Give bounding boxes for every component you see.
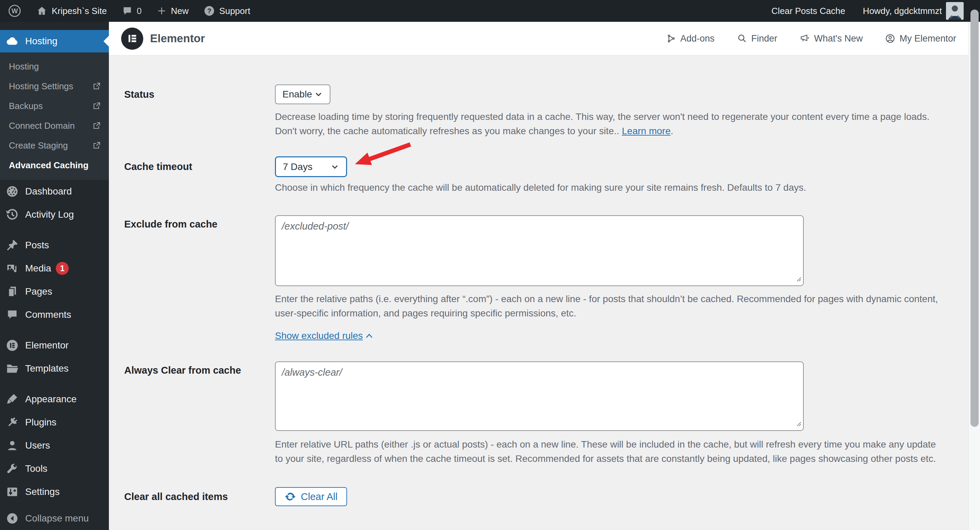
sidebar-item-hosting[interactable]: Hosting — [0, 30, 109, 53]
sidebar-item-templates[interactable]: Templates — [0, 357, 109, 380]
media-count-badge: 1 — [56, 262, 69, 275]
folder-icon — [5, 362, 20, 375]
adminbar-new-menu[interactable]: New — [156, 6, 189, 16]
exclude-row: Exclude from cache Enter the relative pa… — [124, 215, 980, 341]
show-excluded-rules-link[interactable]: Show excluded rules — [275, 330, 373, 341]
comments-count: 0 — [137, 6, 142, 16]
settings-sliders-icon — [5, 486, 20, 498]
question-circle-icon: ? — [204, 5, 215, 17]
plus-icon — [156, 6, 167, 16]
sidebar-item-elementor[interactable]: Elementor — [0, 334, 109, 357]
exclude-description: Enter the relative paths (i.e. everythin… — [275, 292, 943, 321]
submenu-item-hosting[interactable]: Hosting — [0, 57, 109, 76]
hosting-submenu: Hosting Hosting Settings Backups Connect… — [0, 53, 109, 180]
wrench-icon — [5, 463, 20, 475]
user-circle-icon — [885, 34, 895, 44]
chevron-down-icon — [331, 163, 339, 171]
external-link-icon — [92, 121, 101, 130]
media-icon — [5, 262, 20, 275]
submenu-item-connect-domain[interactable]: Connect Domain — [0, 116, 109, 136]
elementor-header: Elementor Add-ons Finder — [109, 22, 980, 56]
paintbrush-icon — [5, 393, 20, 405]
svg-text:?: ? — [207, 7, 211, 14]
cache-timeout-select[interactable]: 7 Days — [275, 156, 347, 177]
exclude-label: Exclude from cache — [124, 215, 275, 341]
user-icon — [5, 439, 20, 452]
sidebar-item-activity-log[interactable]: Activity Log — [0, 203, 109, 226]
admin-top-bar: W Kripesh`s Site 0 New ? Supp — [0, 0, 980, 22]
site-name: Kripesh`s Site — [52, 6, 107, 16]
status-select[interactable]: Enable — [275, 85, 331, 104]
always-clear-textarea[interactable] — [275, 361, 804, 431]
sidebar-item-dashboard[interactable]: Dashboard — [0, 180, 109, 203]
sidebar-item-tools[interactable]: Tools — [0, 457, 109, 480]
submenu-item-backups[interactable]: Backups — [0, 96, 109, 116]
howdy-label: Howdy, dgdcktmmzt — [863, 6, 942, 16]
elementor-icon — [5, 339, 20, 352]
sidebar-item-comments[interactable]: Comments — [0, 303, 109, 326]
sidebar-item-media[interactable]: Media 1 — [0, 257, 109, 280]
wordpress-logo-menu[interactable]: W — [8, 5, 21, 18]
comments-bubble-icon — [122, 5, 133, 16]
cache-timeout-label: Cache timeout — [124, 156, 275, 195]
dashboard-gauge-icon — [5, 185, 20, 198]
svg-text:W: W — [11, 7, 18, 14]
addons-icon — [666, 34, 676, 44]
status-label: Status — [124, 85, 275, 138]
sidebar-item-posts[interactable]: Posts — [0, 234, 109, 257]
megaphone-icon — [800, 34, 810, 44]
main-content: Elementor Add-ons Finder — [109, 22, 980, 530]
adminbar-comments[interactable]: 0 — [122, 5, 142, 16]
sidebar-item-pages[interactable]: Pages — [0, 280, 109, 303]
always-clear-row: Always Clear from cache Enter relative U… — [124, 361, 980, 466]
cache-timeout-description: Choose in which frequency the cache will… — [275, 180, 943, 195]
finder-link[interactable]: Finder — [737, 34, 778, 44]
sidebar-item-settings[interactable]: Settings — [0, 480, 109, 503]
cloud-icon — [5, 34, 20, 48]
cache-timeout-row: Cache timeout 7 Days Choose in which fre… — [124, 156, 980, 195]
pages-icon — [5, 286, 20, 298]
clear-posts-cache-button[interactable]: Clear Posts Cache — [772, 6, 845, 16]
status-description: Decrease loading time by storing frequen… — [275, 110, 943, 138]
status-select-value: Enable — [282, 89, 312, 100]
adminbar-support[interactable]: ? Support — [204, 5, 250, 17]
always-clear-description: Enter relative URL paths (either .js or … — [275, 437, 943, 466]
adminbar-account-menu[interactable]: Howdy, dgdcktmmzt — [863, 2, 964, 20]
elementor-logo-icon — [121, 27, 143, 50]
always-clear-label: Always Clear from cache — [124, 361, 275, 466]
learn-more-link[interactable]: Learn more — [622, 126, 671, 136]
sidebar-item-appearance[interactable]: Appearance — [0, 388, 109, 411]
external-link-icon — [92, 141, 101, 150]
clear-all-button[interactable]: Clear All — [275, 487, 347, 506]
admin-sidebar: Hosting Hosting Hosting Settings Backups… — [0, 22, 109, 530]
pushpin-icon — [5, 239, 20, 251]
wordpress-logo-icon: W — [8, 5, 21, 18]
clear-all-button-label: Clear All — [301, 491, 337, 503]
whats-new-link[interactable]: What's New — [800, 34, 862, 44]
page-title: Elementor — [150, 32, 205, 45]
status-row: Status Enable Decrease loading time by s… — [124, 85, 980, 138]
exclude-textarea[interactable] — [275, 215, 804, 286]
active-menu-arrow — [103, 36, 109, 47]
clear-all-label: Clear all cached items — [124, 487, 275, 506]
avatar — [946, 2, 964, 20]
collapse-arrow-icon — [5, 512, 20, 525]
support-label: Support — [219, 6, 250, 16]
addons-link[interactable]: Add-ons — [666, 34, 714, 44]
submenu-item-hosting-settings[interactable]: Hosting Settings — [0, 76, 109, 96]
sidebar-item-plugins[interactable]: Plugins — [0, 411, 109, 434]
activity-clock-icon — [5, 208, 20, 221]
comments-icon — [5, 309, 20, 321]
sidebar-item-users[interactable]: Users — [0, 434, 109, 457]
scrollbar-thumb[interactable] — [970, 10, 978, 427]
clear-all-row: Clear all cached items Clear All — [124, 487, 980, 506]
advanced-caching-form: Status Enable Decrease loading time by s… — [109, 56, 980, 506]
submenu-item-advanced-caching[interactable]: Advanced Caching — [0, 155, 109, 175]
adminbar-site-link[interactable]: Kripesh`s Site — [36, 5, 107, 17]
chevron-down-icon — [314, 90, 323, 99]
my-elementor-link[interactable]: My Elementor — [885, 34, 956, 44]
collapse-menu-button[interactable]: Collapse menu — [0, 507, 109, 530]
chevron-up-icon — [366, 333, 373, 338]
submenu-item-create-staging[interactable]: Create Staging — [0, 136, 109, 155]
external-link-icon — [92, 102, 101, 110]
